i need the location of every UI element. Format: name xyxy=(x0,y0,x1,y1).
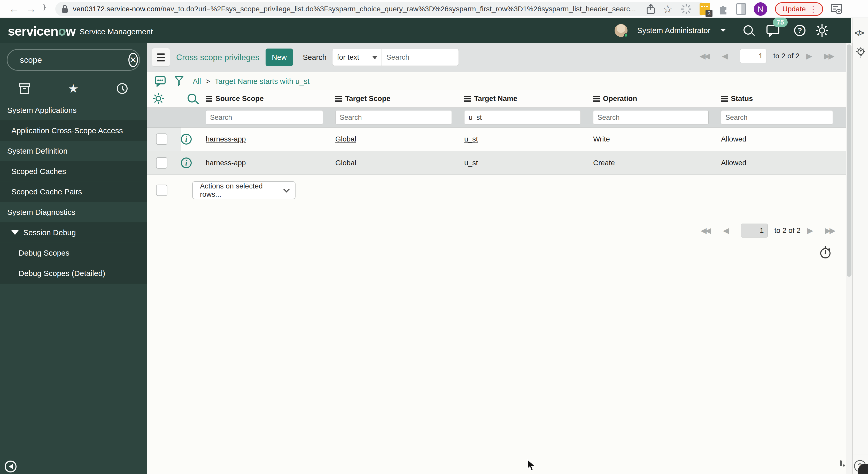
list-context-menu-icon[interactable] xyxy=(152,48,170,67)
column-menu-icon[interactable] xyxy=(335,96,342,97)
settings-gear-icon[interactable] xyxy=(815,24,829,37)
cell-source-scope-link[interactable]: harness-app xyxy=(206,135,246,143)
star-icon: ★ xyxy=(68,82,79,95)
search-type-select[interactable]: for text xyxy=(332,49,382,66)
breadcrumb-filter-icon[interactable] xyxy=(175,76,183,87)
breadcrumb-all-link[interactable]: All xyxy=(193,77,201,86)
page-number-input[interactable] xyxy=(741,224,768,238)
browser-forward-icon[interactable]: → xyxy=(26,0,36,18)
collapse-triangle-icon xyxy=(6,464,13,469)
column-search-toggle-icon[interactable] xyxy=(188,94,196,104)
next-page-icon[interactable]: ▶ xyxy=(806,52,812,60)
column-header-target-name[interactable]: Target Name xyxy=(464,95,518,103)
column-menu-icon[interactable] xyxy=(206,96,212,97)
nav-header-system-definition[interactable]: System Definition xyxy=(0,141,147,161)
tab-favorites[interactable]: ★ xyxy=(49,82,98,95)
table-row[interactable]: i harness-app Global u_st Create Allowed xyxy=(147,151,846,175)
browser-reload-icon[interactable] xyxy=(43,4,45,10)
nav-item-application-cross-scope-access[interactable]: Application Cross-Scope Access xyxy=(0,121,147,141)
actions-dropdown[interactable]: Actions on selected rows... xyxy=(192,181,296,199)
response-time-icon[interactable] xyxy=(819,246,831,259)
suggestion-bulb-icon[interactable] xyxy=(855,47,866,59)
navigator-filter[interactable]: ✕ xyxy=(7,49,140,71)
minimize-dock-icon[interactable] xyxy=(840,461,842,466)
side-panel-icon[interactable] xyxy=(736,3,746,15)
column-menu-icon[interactable] xyxy=(721,96,728,97)
nav-header-system-applications[interactable]: System Applications xyxy=(0,100,147,121)
list-settings-gear-icon[interactable] xyxy=(152,93,164,105)
nav-item-debug-scopes[interactable]: Debug Scopes xyxy=(0,243,147,263)
column-header-source-scope[interactable]: Source Scope xyxy=(206,95,264,103)
nav-item-scoped-cache-pairs[interactable]: Scoped Cache Pairs xyxy=(0,182,147,202)
list-search-input[interactable] xyxy=(382,49,459,66)
column-header-operation[interactable]: Operation xyxy=(593,95,637,103)
content-scrollbar-thumb[interactable] xyxy=(847,44,851,277)
user-menu[interactable]: System Administrator xyxy=(637,26,710,35)
first-page-icon[interactable]: ◀ xyxy=(701,227,703,234)
column-header-target-scope[interactable]: Target Scope xyxy=(335,95,390,103)
pagination-range: to 2 of 2 xyxy=(773,52,800,60)
prev-page-icon[interactable]: ◀ xyxy=(722,52,728,60)
nav-item-scoped-caches[interactable]: Scoped Caches xyxy=(0,161,147,182)
collapse-navigator-button[interactable] xyxy=(5,461,17,472)
list-title[interactable]: Cross scope privileges xyxy=(176,53,259,62)
record-info-icon[interactable]: i xyxy=(181,158,192,168)
user-avatar[interactable] xyxy=(615,24,627,37)
cell-target-name-link[interactable]: u_st xyxy=(464,135,478,143)
browser-menu-icon[interactable]: ⋮ xyxy=(809,5,817,14)
search-target-scope-input[interactable] xyxy=(335,110,452,125)
first-page-icon[interactable]: ◀ xyxy=(700,52,702,60)
puzzle-extensions-icon[interactable] xyxy=(718,4,728,14)
global-search-icon[interactable] xyxy=(743,25,753,35)
cell-target-name-link[interactable]: u_st xyxy=(464,159,478,167)
servicenow-logo[interactable]: servicenow xyxy=(8,24,75,39)
address-bar[interactable]: ven03172.service-now.com/nav_to.do?uri=%… xyxy=(55,2,706,16)
rail-divider xyxy=(853,454,868,454)
right-utility-rail: </> ? xyxy=(852,18,868,474)
navigator-tabs: ★ xyxy=(0,77,147,100)
dropdown-chevron-icon xyxy=(283,186,290,192)
row-checkbox[interactable] xyxy=(156,133,167,145)
column-header-status[interactable]: Status xyxy=(721,95,753,103)
browser-back-icon[interactable]: ← xyxy=(9,0,19,18)
search-status-input[interactable] xyxy=(721,110,833,125)
reading-list-icon[interactable] xyxy=(831,4,842,14)
search-source-scope-input[interactable] xyxy=(206,110,323,125)
spinner-extension-icon[interactable] xyxy=(680,3,692,15)
nav-item-debug-scopes-detailed[interactable]: Debug Scopes (Detailed) xyxy=(0,263,147,284)
yellow-extension-icon[interactable]: 3 xyxy=(700,3,710,15)
cell-target-scope-link[interactable]: Global xyxy=(335,159,356,167)
cell-target-scope-link[interactable]: Global xyxy=(335,135,356,143)
expand-triangle-icon[interactable] xyxy=(11,230,19,239)
row-checkbox[interactable] xyxy=(156,157,167,169)
record-info-icon[interactable]: i xyxy=(181,134,192,144)
conversations-icon[interactable]: 75 xyxy=(766,24,780,37)
list-toolbar: Cross scope privileges New Search for te… xyxy=(147,43,846,72)
cell-source-scope-link[interactable]: harness-app xyxy=(206,159,246,167)
search-target-name-input[interactable] xyxy=(464,110,581,125)
user-menu-caret-icon[interactable] xyxy=(720,29,726,35)
tab-history[interactable] xyxy=(98,82,147,95)
nav-item-session-debug[interactable]: Session Debug xyxy=(0,223,147,243)
nav-header-system-diagnostics[interactable]: System Diagnostics xyxy=(0,202,147,223)
next-page-icon[interactable]: ▶ xyxy=(807,227,813,234)
browser-profile-avatar[interactable]: N xyxy=(754,2,767,16)
share-icon[interactable] xyxy=(646,4,655,14)
activity-stream-icon[interactable] xyxy=(154,76,166,87)
table-row[interactable]: i harness-app Global u_st Write Allowed xyxy=(147,128,846,151)
bookmark-star-icon[interactable]: ☆ xyxy=(663,3,673,15)
browser-update-button[interactable]: Update ⋮ xyxy=(775,2,823,16)
breadcrumb-condition-link[interactable]: Target Name starts with u_st xyxy=(215,77,309,86)
new-button[interactable]: New xyxy=(266,48,293,66)
clear-filter-icon[interactable]: ✕ xyxy=(128,53,138,67)
tab-all-applications[interactable] xyxy=(0,83,49,94)
help-icon[interactable]: ? xyxy=(794,25,805,36)
select-all-checkbox[interactable] xyxy=(156,184,167,196)
navigator-filter-input[interactable] xyxy=(20,55,128,65)
column-menu-icon[interactable] xyxy=(593,96,600,97)
search-operation-input[interactable] xyxy=(593,110,709,125)
column-menu-icon[interactable] xyxy=(464,96,471,97)
code-console-icon[interactable]: </> xyxy=(855,29,863,37)
page-number-input[interactable] xyxy=(740,49,767,63)
prev-page-icon[interactable]: ◀ xyxy=(723,227,729,234)
